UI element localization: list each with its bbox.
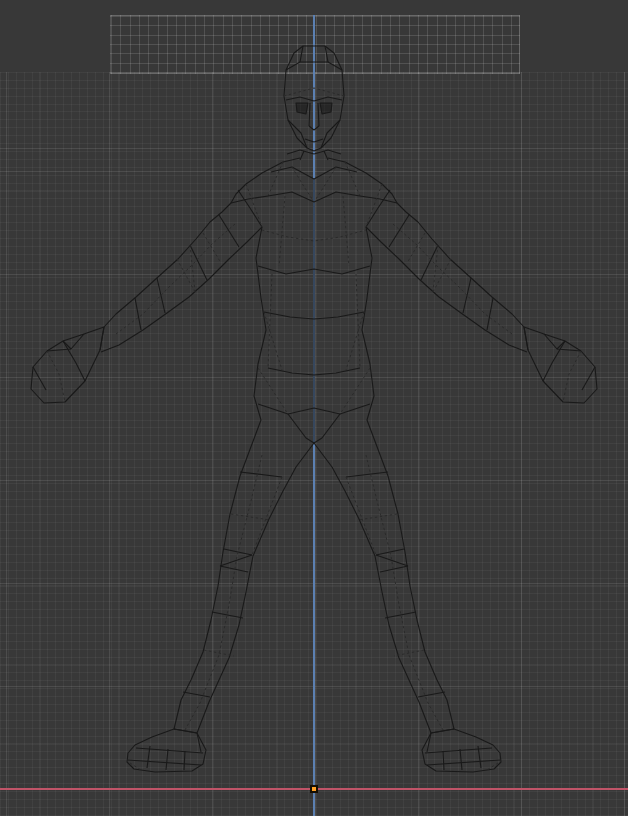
mesh-edge-hand-knuckle	[543, 341, 565, 381]
mesh-edge-arm-diag	[433, 245, 438, 292]
mesh-edge-arm-diag	[190, 245, 195, 292]
mesh-edge-arm-loop6	[135, 298, 141, 330]
mesh-edge-hand-outline	[31, 327, 104, 403]
mesh-edge-jaw-right	[321, 120, 340, 148]
mesh-edge-foot-toe2	[166, 749, 168, 770]
mesh-edge-hand-thumb	[544, 334, 581, 351]
mesh-edge-eye-right	[320, 103, 332, 114]
mesh-edge-leg-inner	[197, 443, 314, 733]
mesh-edge-arm-loop2	[407, 233, 425, 263]
mesh-edge-ab-diag	[264, 312, 282, 370]
wireframe-humanoid-mesh[interactable]	[0, 0, 628, 816]
mesh-edge-flank2	[268, 274, 272, 368]
mesh-edge-hand-crease2	[33, 367, 46, 390]
mesh-edge-head-crown	[286, 62, 342, 70]
mesh-edge-shin-loop	[394, 650, 424, 656]
mesh-edge-leg-inner	[314, 443, 431, 733]
mesh-edge-arm-top	[397, 203, 524, 327]
mesh-edge-arm-centerline	[393, 224, 512, 334]
mesh-edge-hand-outline	[524, 327, 597, 403]
mesh-edge-leg-loop2	[231, 514, 270, 520]
mesh-edge-arm-loop4	[433, 259, 451, 292]
mesh-edge-foot-toe2	[460, 749, 462, 770]
origin-point-icon	[310, 785, 318, 793]
mesh-edge-knee-x	[376, 555, 408, 566]
mesh-edge-arm-loop2	[203, 233, 221, 263]
mesh-edge-flank1	[279, 196, 285, 266]
origin-point-core	[312, 787, 316, 791]
mesh-edge-nose-left	[309, 103, 310, 126]
mesh-edge-hand-thumb	[47, 334, 84, 351]
mesh-edge-foot-topline	[136, 748, 203, 753]
mesh-edge-hand-crease2	[582, 367, 595, 390]
mesh-edge-nose-bottom	[309, 126, 319, 130]
mesh-edge-hand-knuckle	[63, 341, 85, 381]
mesh-edge-arm-loop1	[219, 215, 239, 247]
mesh-edge-jaw-left	[288, 120, 307, 148]
mesh-edge-clav-shoulder	[231, 196, 268, 203]
mesh-edge-foot-soleline	[128, 760, 201, 765]
mesh-edge-neck-right	[324, 151, 328, 160]
mesh-edge-leg-loop1	[346, 472, 388, 477]
mesh-edge-eye-left	[296, 103, 308, 114]
mesh-edge-leg-loop1	[240, 472, 282, 477]
mesh-edge-hip-diag	[340, 368, 370, 414]
mesh-edge-leg-diag	[252, 477, 282, 555]
mesh-edge-leg-loop2	[358, 514, 397, 520]
mesh-edge-foot-soleline	[427, 760, 500, 765]
mesh-edge-knee-loop2	[220, 566, 248, 572]
mesh-edge-sh-diag1	[345, 162, 360, 196]
mesh-edge-arm-top	[104, 203, 231, 327]
mesh-edge-arm-loop1	[389, 215, 409, 247]
mesh-edge-shin-loop2	[418, 692, 445, 697]
mesh-edge-arm-loop3	[190, 245, 207, 280]
mesh-edge-leg-centerline	[366, 455, 443, 730]
mesh-edge-foot-topline	[425, 748, 492, 753]
mesh-edge-nose-right	[318, 103, 319, 126]
mesh-edge-sh-diag1	[268, 162, 283, 196]
mesh-edge-knee-loop2	[380, 566, 408, 572]
mesh-edge-mouth	[305, 139, 323, 142]
mesh-edge-hand-crease1	[563, 351, 581, 402]
mesh-edge-leg-diag	[346, 477, 376, 555]
viewport-3d[interactable]	[0, 0, 628, 816]
mesh-edge-collar-loop	[271, 167, 357, 179]
mesh-edge-foot-toe3	[443, 751, 444, 770]
mesh-edge-head-forehead	[284, 88, 344, 96]
mesh-edge-arm-centerline	[116, 224, 235, 334]
mesh-edge-head-brow	[286, 97, 342, 101]
mesh-edge-arm-loop3	[421, 245, 438, 280]
mesh-edge-arm-loop5	[463, 278, 471, 313]
mesh-edge-arm-loop5	[157, 278, 165, 313]
mesh-edge-clav-shoulder	[360, 196, 397, 203]
mesh-edge-hand-crease1	[47, 351, 65, 402]
mesh-edge-flank2	[356, 274, 360, 368]
mesh-edge-shin-loop2	[183, 692, 210, 697]
mesh-edge-ab-diag	[346, 312, 364, 370]
mesh-edge-shin-loop	[204, 650, 234, 656]
mesh-edge-flank1	[343, 196, 349, 266]
mesh-edge-leg-centerline	[185, 455, 262, 730]
mesh-edge-foot-toe3	[184, 751, 185, 770]
mesh-edge-arm-loop6	[487, 298, 493, 330]
mesh-edge-arm-loop4	[177, 259, 195, 292]
mesh-edge-knee-x	[220, 555, 252, 566]
mesh-edge-hip-diag	[258, 368, 288, 414]
mesh-edge-neck-left	[300, 151, 304, 160]
